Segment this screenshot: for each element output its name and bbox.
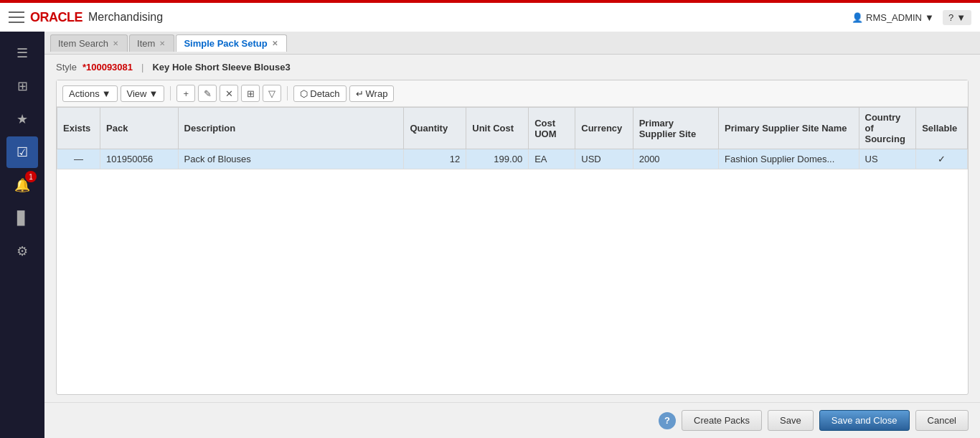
toolbar-divider-1 bbox=[170, 86, 171, 101]
user-dropdown-icon: ▼ bbox=[925, 12, 934, 23]
col-header-exists: Exists bbox=[57, 108, 100, 149]
tab-item-close[interactable]: ✕ bbox=[158, 39, 166, 48]
header-right: 👤 RMS_ADMIN ▼ ? ▼ bbox=[852, 10, 971, 25]
filter-icon: ▽ bbox=[268, 88, 275, 99]
add-icon: + bbox=[184, 88, 189, 99]
footer-area: ? Create Packs Save Save and Close Cance… bbox=[44, 402, 980, 438]
col-header-sellable: Sellable bbox=[916, 108, 968, 149]
hamburger-icon[interactable] bbox=[9, 11, 24, 23]
style-label: Style bbox=[56, 62, 77, 73]
sidebar-item-settings[interactable]: ⚙ bbox=[6, 236, 38, 267]
cell-exists: — bbox=[57, 149, 100, 169]
help-dropdown-icon: ▼ bbox=[956, 12, 966, 23]
table-row[interactable]: —101950056Pack of Blouses12199.00EAUSD20… bbox=[57, 149, 968, 169]
col-header-description: Description bbox=[178, 108, 404, 149]
cell-country-sourcing: US bbox=[859, 149, 916, 169]
tab-item-search[interactable]: Item Search ✕ bbox=[50, 34, 128, 52]
delete-button[interactable]: ✕ bbox=[220, 85, 238, 102]
cell-pack: 101950056 bbox=[100, 149, 179, 169]
col-header-currency: Currency bbox=[575, 108, 633, 149]
cell-unit-cost: 199.00 bbox=[466, 149, 529, 169]
settings-icon: ⚙ bbox=[17, 243, 28, 259]
cancel-button[interactable]: Cancel bbox=[915, 410, 969, 431]
cell-quantity: 12 bbox=[404, 149, 466, 169]
view-dropdown-icon: ▼ bbox=[149, 88, 158, 99]
table-header-row: Exists Pack Description Quantity bbox=[57, 108, 968, 149]
cell-currency: USD bbox=[575, 149, 633, 169]
grid-button[interactable]: ⊞ bbox=[241, 85, 260, 102]
detach-icon: ⬡ bbox=[300, 88, 308, 99]
col-header-quantity: Quantity bbox=[404, 108, 466, 149]
tab-item-label: Item bbox=[137, 38, 155, 49]
save-and-close-button[interactable]: Save and Close bbox=[819, 410, 910, 431]
create-packs-button[interactable]: Create Packs bbox=[682, 410, 762, 431]
cell-cost-uom: EA bbox=[529, 149, 575, 169]
cell-primary-supplier-site: 2000 bbox=[633, 149, 718, 169]
style-name: Key Hole Short Sleeve Blouse3 bbox=[152, 62, 290, 73]
top-header: ORACLE Merchandising 👤 RMS_ADMIN ▼ ? ▼ bbox=[0, 0, 980, 32]
cell-primary-supplier-site-name: Fashion Supplier Domes... bbox=[719, 149, 859, 169]
view-label: View bbox=[127, 88, 147, 99]
actions-button[interactable]: Actions ▼ bbox=[62, 85, 118, 102]
page-area: Style *100093081 | Key Hole Short Sleeve… bbox=[44, 55, 980, 402]
data-table: Exists Pack Description Quantity bbox=[57, 107, 968, 169]
tab-item[interactable]: Item ✕ bbox=[129, 34, 174, 52]
view-button[interactable]: View ▼ bbox=[121, 85, 165, 102]
tasks-icon: ☑ bbox=[17, 144, 28, 160]
header-left: ORACLE Merchandising bbox=[9, 10, 163, 25]
table-container: Actions ▼ View ▼ + ✎ ✕ bbox=[56, 80, 969, 395]
cell-description: Pack of Blouses bbox=[178, 149, 404, 169]
toolbar: Actions ▼ View ▼ + ✎ ✕ bbox=[57, 80, 968, 107]
tab-simple-pack-setup[interactable]: Simple Pack Setup ✕ bbox=[176, 34, 286, 52]
col-header-primary-supplier-site-name: Primary Supplier Site Name bbox=[719, 108, 859, 149]
sidebar-item-tasks[interactable]: ☑ bbox=[6, 136, 38, 168]
col-header-unit-cost: Unit Cost bbox=[466, 108, 529, 149]
col-header-country-sourcing: Country of Sourcing bbox=[859, 108, 916, 149]
help-icon: ? bbox=[948, 12, 953, 23]
app-title: Merchandising bbox=[88, 11, 163, 24]
wrap-button[interactable]: ↵ Wrap bbox=[349, 85, 395, 102]
help-circle-button[interactable]: ? bbox=[659, 412, 676, 429]
favorites-icon: ★ bbox=[17, 111, 28, 127]
style-separator: | bbox=[141, 62, 143, 73]
col-header-primary-supplier-site: Primary Supplier Site bbox=[633, 108, 718, 149]
toolbar-divider-2 bbox=[287, 86, 288, 101]
actions-label: Actions bbox=[69, 88, 100, 99]
cell-sellable: ✓ bbox=[916, 149, 968, 169]
tab-item-search-close[interactable]: ✕ bbox=[111, 39, 120, 48]
home-icon: ⊞ bbox=[17, 78, 28, 94]
reports-icon: ▊ bbox=[17, 210, 27, 226]
help-button[interactable]: ? ▼ bbox=[943, 10, 971, 25]
detach-button[interactable]: ⬡ Detach bbox=[293, 85, 346, 102]
menu-icon: ☰ bbox=[17, 45, 28, 61]
style-id: *100093081 bbox=[83, 62, 133, 73]
tabs-bar: Item Search ✕ Item ✕ Simple Pack Setup ✕ bbox=[44, 32, 980, 55]
wrap-icon: ↵ bbox=[356, 88, 364, 99]
sidebar-item-home[interactable]: ⊞ bbox=[6, 70, 38, 102]
add-button[interactable]: + bbox=[176, 85, 195, 102]
edit-button[interactable]: ✎ bbox=[198, 85, 217, 102]
main-layout: ☰ ⊞ ★ ☑ 🔔 1 ▊ ⚙ Item Search ✕ bbox=[0, 32, 980, 438]
filter-button[interactable]: ▽ bbox=[263, 85, 281, 102]
grid-icon: ⊞ bbox=[247, 88, 255, 99]
style-header: Style *100093081 | Key Hole Short Sleeve… bbox=[56, 62, 969, 73]
wrap-label: Wrap bbox=[366, 88, 388, 99]
user-info[interactable]: 👤 RMS_ADMIN ▼ bbox=[852, 12, 934, 23]
sidebar-item-menu[interactable]: ☰ bbox=[6, 37, 38, 69]
sidebar-item-notifications[interactable]: 🔔 1 bbox=[6, 169, 38, 201]
detach-label: Detach bbox=[310, 88, 339, 99]
oracle-logo: ORACLE bbox=[30, 10, 83, 25]
sidebar: ☰ ⊞ ★ ☑ 🔔 1 ▊ ⚙ bbox=[0, 32, 44, 438]
col-header-pack: Pack bbox=[100, 108, 179, 149]
sidebar-item-favorites[interactable]: ★ bbox=[6, 103, 38, 135]
tab-simple-pack-setup-label: Simple Pack Setup bbox=[184, 38, 267, 49]
edit-icon: ✎ bbox=[204, 88, 212, 99]
tab-simple-pack-setup-close[interactable]: ✕ bbox=[270, 39, 279, 48]
user-icon: 👤 bbox=[852, 12, 863, 23]
table-scroll: Exists Pack Description Quantity bbox=[57, 107, 968, 394]
tab-item-search-label: Item Search bbox=[58, 38, 108, 49]
sidebar-item-reports[interactable]: ▊ bbox=[6, 202, 38, 234]
save-button[interactable]: Save bbox=[768, 410, 814, 431]
main-content: Item Search ✕ Item ✕ Simple Pack Setup ✕… bbox=[44, 32, 980, 438]
notification-badge: 1 bbox=[25, 171, 37, 182]
